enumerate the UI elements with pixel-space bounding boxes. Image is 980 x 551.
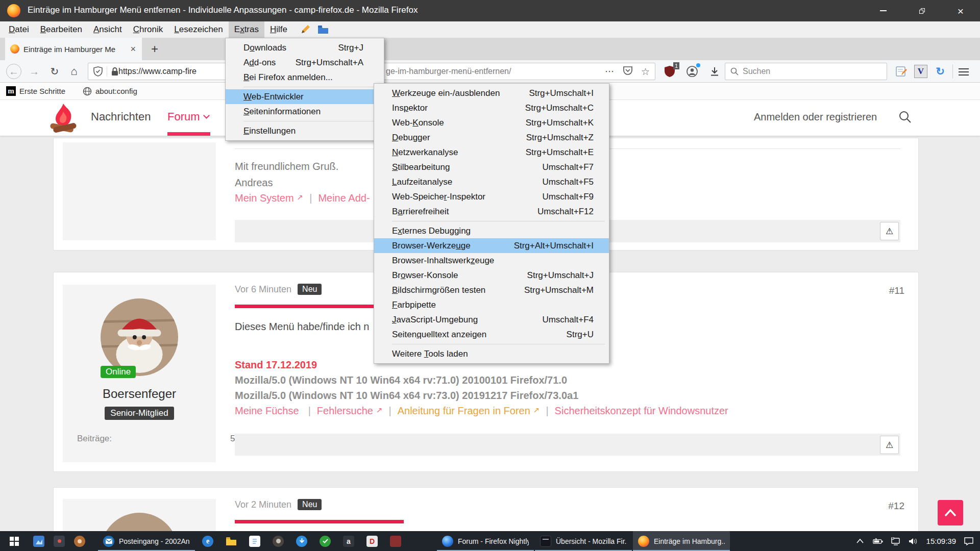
account-extension-icon[interactable]: [685, 64, 699, 79]
nav-forum[interactable]: Forum: [167, 110, 209, 123]
devtools-menu-item[interactable]: Barrierefreiheit Umschalt+F12: [374, 204, 609, 219]
pencil-icon[interactable]: [300, 21, 310, 38]
campfire-logo[interactable]: [48, 103, 79, 134]
report-post-button[interactable]: ⚠: [880, 222, 899, 240]
post-link[interactable]: Meine Füchse: [235, 405, 302, 417]
taskbar-pinned-icon-d[interactable]: D: [360, 531, 384, 551]
download-icon[interactable]: [707, 64, 722, 79]
menubar-item[interactable]: Bearbeiten: [35, 21, 88, 38]
scroll-to-top-button[interactable]: [938, 500, 963, 525]
tab-close-icon[interactable]: ×: [129, 44, 137, 55]
devtools-menu-item[interactable]: Stilbearbeitung Umschalt+F7: [374, 160, 609, 174]
devtools-menu-item[interactable]: Inspektor Strg+Umschalt+C: [374, 101, 609, 115]
page-actions-icon[interactable]: ⋯: [605, 66, 615, 77]
taskbar-button-firefox-nightly[interactable]: Forum - Firefox Nightly: [437, 531, 534, 551]
post-number[interactable]: #11: [889, 285, 904, 296]
devtools-menu-item[interactable]: Weitere Tools laden: [374, 346, 609, 361]
network-icon[interactable]: [891, 536, 901, 546]
menubar-item[interactable]: Extras: [229, 21, 264, 38]
v-extension-icon[interactable]: V: [914, 64, 928, 79]
devtools-menu-item[interactable]: Externes Debugging: [374, 223, 609, 238]
pocket-icon[interactable]: [623, 65, 633, 78]
taskbar-button-posteingang[interactable]: Posteingang - 2002An...: [98, 531, 195, 551]
extras-menu-item[interactable]: Downloads Strg+J: [226, 40, 384, 55]
post-time[interactable]: Vor 6 Minuten: [235, 284, 291, 295]
extras-menu-item[interactable]: Web-Entwickler ›: [226, 89, 384, 104]
forward-button[interactable]: →: [27, 64, 42, 79]
devtools-menu-item[interactable]: Netzwerkanalyse Strg+Umschalt+E: [374, 145, 609, 160]
menubar-item[interactable]: Lesezeichen: [168, 21, 228, 38]
devtools-menu-item[interactable]: Seitenquelltext anzeigen Strg+U: [374, 327, 609, 342]
menubar-item[interactable]: Chronik: [128, 21, 169, 38]
nav-nachrichten[interactable]: Nachrichten: [91, 110, 151, 123]
menubar-item[interactable]: Hilfe: [264, 21, 293, 38]
tab-active[interactable]: Einträge im Hamburger Me ×: [5, 38, 142, 60]
bookmark-erste-schritte[interactable]: m Erste Schritte: [6, 86, 65, 96]
folder-icon[interactable]: [317, 21, 329, 38]
minimize-button[interactable]: [864, 0, 902, 21]
site-search-icon[interactable]: [898, 110, 912, 123]
taskbar-button-uebersicht[interactable]: Übersicht - Mozilla Fir...: [535, 531, 632, 551]
devtools-menu-item[interactable]: Web-Speicher-Inspektor Umschalt+F9: [374, 189, 609, 204]
taskbar-pinned-icon-3[interactable]: [69, 531, 90, 551]
show-hidden-icons-chevron[interactable]: [855, 536, 865, 546]
post-link[interactable]: Anleitung für Fragen in Foren↗: [382, 405, 540, 417]
taskbar-pinned-icon-notepad[interactable]: [243, 531, 266, 551]
volume-icon[interactable]: [909, 536, 919, 546]
sync-extension-icon[interactable]: ↻: [933, 64, 947, 79]
extras-menu-item[interactable]: Seiteninformationen: [226, 104, 384, 119]
devtools-menu-item[interactable]: JavaScript-Umgebung Umschalt+F4: [374, 312, 609, 327]
lock-icon[interactable]: [111, 67, 118, 76]
devtools-menu-item[interactable]: Web-Konsole Strg+Umschalt+K: [374, 115, 609, 130]
back-button[interactable]: ←: [6, 64, 21, 79]
close-button[interactable]: ×: [941, 0, 980, 21]
taskbar-button-eintraege[interactable]: Einträge im Hamburg...: [633, 531, 730, 551]
hamburger-menu-icon[interactable]: [959, 66, 969, 77]
taskbar-pinned-icon-explorer[interactable]: [219, 531, 243, 551]
battery-icon[interactable]: [873, 536, 883, 546]
taskbar-pinned-icon-1[interactable]: [29, 531, 49, 551]
extras-menu-item[interactable]: Einstellungen: [226, 123, 384, 138]
devtools-menu-item[interactable]: Farbpipette: [374, 297, 609, 312]
taskbar-pinned-icon-paw[interactable]: [266, 531, 290, 551]
taskbar-pinned-icon-antivirus[interactable]: [313, 531, 337, 551]
notes-extension-icon[interactable]: [894, 64, 909, 79]
avatar[interactable]: [101, 298, 178, 376]
post-link[interactable]: Meine Add-: [303, 192, 373, 204]
restore-button[interactable]: [902, 0, 941, 21]
new-tab-button[interactable]: +: [147, 41, 162, 57]
taskbar-pinned-icon-edge[interactable]: e: [196, 531, 219, 551]
menubar-item[interactable]: Datei: [3, 21, 35, 38]
ublock-origin-icon[interactable]: 1: [663, 64, 677, 79]
taskbar-pinned-icon-a[interactable]: a: [337, 531, 360, 551]
report-post-button[interactable]: ⚠: [880, 436, 899, 454]
post-time[interactable]: Vor 2 Minuten: [235, 499, 291, 510]
username[interactable]: Boersenfeger: [63, 387, 216, 401]
post-number[interactable]: #12: [888, 500, 904, 512]
taskbar-pinned-icon-red[interactable]: [384, 531, 407, 551]
devtools-menu-item[interactable]: Werkzeuge ein-/ausblenden Strg+Umschalt+…: [374, 86, 609, 101]
reload-button[interactable]: ↻: [47, 64, 62, 79]
extras-menu-item[interactable]: Add-ons Strg+Umschalt+A: [226, 55, 384, 70]
devtools-menu-item[interactable]: Bildschirmgrößen testen Strg+Umschalt+M: [374, 283, 609, 297]
bookmark-about-config[interactable]: about:config: [83, 87, 137, 96]
devtools-menu-item[interactable]: Laufzeitanalyse Umschalt+F5: [374, 174, 609, 189]
post-link[interactable]: Fehlersuche↗: [302, 405, 383, 417]
devtools-menu-item[interactable]: Browser-Inhaltswerkzeuge: [374, 253, 609, 268]
post-link[interactable]: Mein System↗: [235, 192, 303, 204]
devtools-menu-item[interactable]: Browser-Werkzeuge Strg+Alt+Umschalt+I: [374, 238, 609, 253]
home-button[interactable]: ⌂: [66, 64, 82, 79]
menubar-item[interactable]: Ansicht: [88, 21, 128, 38]
extras-menu-item[interactable]: Bei Firefox anmelden...: [226, 70, 384, 85]
tracking-protection-shield-icon[interactable]: [93, 66, 103, 77]
login-link[interactable]: Anmelden oder registrieren: [754, 111, 877, 123]
bookmark-star-icon[interactable]: ☆: [641, 66, 650, 78]
post-link[interactable]: Sicherheitskonzept für Windowsnutzer: [540, 405, 731, 417]
taskbar-pinned-icon-2[interactable]: [49, 531, 69, 551]
start-button[interactable]: [0, 531, 29, 551]
devtools-menu-item[interactable]: Debugger Strg+Umschalt+Z: [374, 130, 609, 145]
action-center-icon[interactable]: [964, 536, 974, 546]
search-bar[interactable]: Suchen: [725, 63, 887, 80]
devtools-menu-item[interactable]: Browser-Konsole Strg+Umschalt+J: [374, 268, 609, 283]
taskbar-pinned-icon-downloader[interactable]: [290, 531, 313, 551]
